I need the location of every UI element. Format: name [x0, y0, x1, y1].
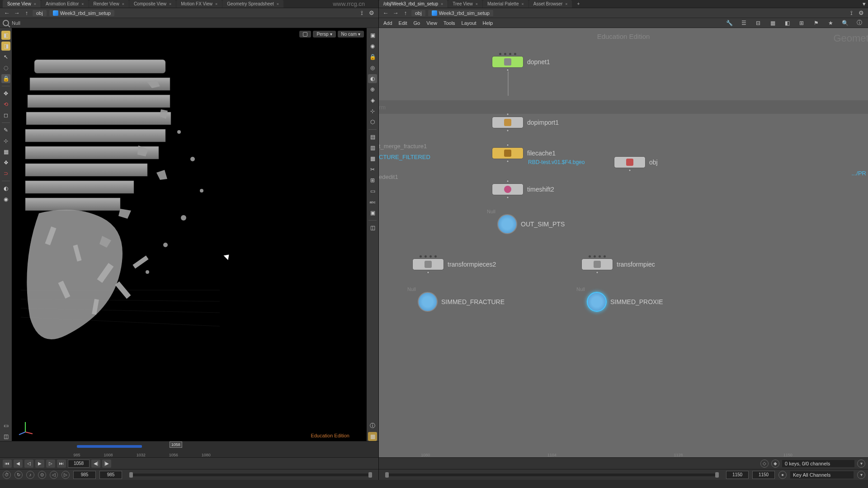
tool-bottom1[interactable]: ▭: [1, 421, 10, 430]
network-box-rm[interactable]: [379, 100, 868, 114]
tool-bottom2[interactable]: ◫: [1, 432, 10, 441]
node-out-sim-pts[interactable]: Null OUT_SIM_PTS: [497, 214, 565, 234]
axis-gizmo[interactable]: [16, 418, 34, 436]
tab-add[interactable]: +: [572, 0, 584, 8]
loop-toggle[interactable]: ↻: [14, 471, 23, 479]
tool-magnet[interactable]: ⊃: [1, 169, 10, 178]
goto-start-button[interactable]: ⏮: [3, 460, 12, 468]
rtool-6[interactable]: ◈: [368, 96, 377, 105]
tool-scale[interactable]: ◻: [1, 111, 10, 120]
range-handle-right[interactable]: [368, 472, 372, 478]
rtool-7[interactable]: ⊹: [368, 107, 377, 116]
net-up-icon[interactable]: ↑: [401, 9, 410, 17]
range-end-a[interactable]: 1150: [726, 471, 749, 479]
rtool-3[interactable]: ◎: [368, 63, 377, 72]
menu-go[interactable]: Go: [414, 20, 420, 26]
node-filecache1[interactable]: filecache1 RBD-test.v01.$F4.bgeo: [492, 147, 556, 159]
rtool-10[interactable]: ▥: [368, 143, 377, 152]
tab-material-palette[interactable]: Material Palette×: [483, 0, 528, 8]
node-timeshift2[interactable]: timeshift2: [492, 183, 554, 195]
menu-add[interactable]: Add: [383, 20, 392, 26]
net-pin-icon[interactable]: ⟟: [847, 9, 855, 17]
nav-fwd-icon[interactable]: →: [13, 9, 21, 17]
range-handle-left[interactable]: [129, 472, 133, 478]
node-objR[interactable]: obj: [614, 156, 658, 168]
tab-composite-view[interactable]: Composite View×: [129, 0, 176, 8]
rtool-lock[interactable]: 🔒: [368, 52, 377, 61]
audio-toggle[interactable]: ♪: [26, 471, 34, 479]
menu-layout[interactable]: Layout: [462, 20, 476, 26]
rtool-14[interactable]: ▭: [368, 187, 377, 196]
range-start[interactable]: 985: [73, 471, 96, 479]
step-fwd-button[interactable]: ▷: [46, 460, 55, 468]
node-transformpiecesR[interactable]: transformpiec: [581, 258, 655, 270]
rtool-abc[interactable]: abc: [368, 197, 377, 206]
display-options-icon[interactable]: ⚙: [368, 9, 376, 17]
nav-file[interactable]: Week3_rbd_sim_setup: [49, 10, 114, 16]
bookmark-icon[interactable]: ★: [826, 19, 835, 27]
rtool-9[interactable]: ▤: [368, 132, 377, 141]
rtool-15[interactable]: ▣: [368, 208, 377, 217]
tool-shade[interactable]: ◧: [1, 31, 10, 40]
playhead[interactable]: 1058: [170, 441, 182, 448]
net-nav-obj[interactable]: obj: [411, 10, 425, 16]
nav-back-icon[interactable]: ←: [3, 9, 11, 17]
keys-mode-menu[interactable]: ▾: [857, 471, 865, 479]
keys-btn1[interactable]: ◇: [760, 460, 769, 468]
pane-menu-icon[interactable]: ▾: [860, 0, 868, 8]
list-icon[interactable]: ☰: [740, 19, 748, 27]
nav-obj[interactable]: obj: [33, 10, 47, 16]
tab-network-path[interactable]: /obj/Week3_rbd_sim_setup×: [379, 0, 448, 8]
rtool-12[interactable]: ✂: [368, 165, 377, 174]
range-slider-right[interactable]: [385, 474, 719, 476]
flag-icon[interactable]: ⚑: [812, 19, 820, 27]
tool-misc2[interactable]: ◐: [1, 184, 10, 193]
nav-up-icon[interactable]: ↑: [23, 9, 31, 17]
node-dopnet1[interactable]: dopnet1: [492, 56, 550, 68]
goto-end-button[interactable]: ⏭: [57, 460, 66, 468]
play-button[interactable]: ▶: [35, 460, 44, 468]
keys-btn2[interactable]: ◆: [771, 460, 779, 468]
zoom-icon[interactable]: 🔍: [841, 19, 849, 27]
tab-tree-view[interactable]: Tree View×: [448, 0, 482, 8]
range-end-b[interactable]: 1150: [752, 471, 775, 479]
tool-lasso[interactable]: ◌: [1, 63, 10, 72]
grid-icon[interactable]: ▦: [769, 19, 777, 27]
tool-lock[interactable]: 🔒: [1, 74, 10, 83]
menu-edit[interactable]: Edit: [399, 20, 407, 26]
tab-animation-editor[interactable]: Animation Editor×: [41, 0, 89, 8]
range-handle-right-r[interactable]: [715, 472, 719, 478]
tab-asset-browser[interactable]: Asset Browser×: [529, 0, 572, 8]
tool-rotate[interactable]: ⟲: [1, 100, 10, 109]
cam-lock-selector[interactable]: No cam▾: [338, 31, 364, 38]
keys-menu[interactable]: ▾: [857, 460, 865, 468]
node-simmed-fracture[interactable]: Null SIMMED_FRACTURE: [418, 292, 505, 312]
rtool-bottom[interactable]: ▦: [368, 432, 377, 441]
rtool-info[interactable]: ⓘ: [368, 421, 377, 430]
tool-select[interactable]: ↖: [1, 52, 10, 61]
tool-misc1[interactable]: ❖: [1, 158, 10, 167]
step-back-button[interactable]: ◀: [14, 460, 23, 468]
rtool-13[interactable]: ⊞: [368, 176, 377, 185]
menu-tools[interactable]: Tools: [443, 20, 455, 26]
lock-toggle[interactable]: [299, 31, 311, 38]
rtool-1[interactable]: ▣: [368, 31, 377, 40]
tab-render-view[interactable]: Render View×: [89, 0, 129, 8]
tool-grid[interactable]: ▦: [1, 147, 10, 156]
next-key-button[interactable]: |▶: [102, 460, 111, 468]
menu-view[interactable]: View: [426, 20, 437, 26]
opt2[interactable]: ▷: [61, 471, 70, 479]
pin-icon[interactable]: ⟟: [358, 9, 366, 17]
range-handle-left-r[interactable]: [385, 472, 389, 478]
tool-misc3[interactable]: ◉: [1, 195, 10, 204]
tab-motion-fx[interactable]: Motion FX View×: [176, 0, 222, 8]
net-back-icon[interactable]: ←: [382, 9, 390, 17]
rtool-2[interactable]: ◉: [368, 42, 377, 51]
key-mode[interactable]: Key All Channels: [790, 471, 854, 479]
viewport[interactable]: Persp▾ No cam▾ Education Edition: [12, 28, 367, 441]
info-icon[interactable]: ⓘ: [855, 19, 863, 27]
net-fwd-icon[interactable]: →: [392, 9, 400, 17]
node-transformpieces2[interactable]: transformpieces2: [412, 258, 496, 270]
rtool-11[interactable]: ▦: [368, 154, 377, 163]
rtool-5[interactable]: ⊕: [368, 85, 377, 94]
